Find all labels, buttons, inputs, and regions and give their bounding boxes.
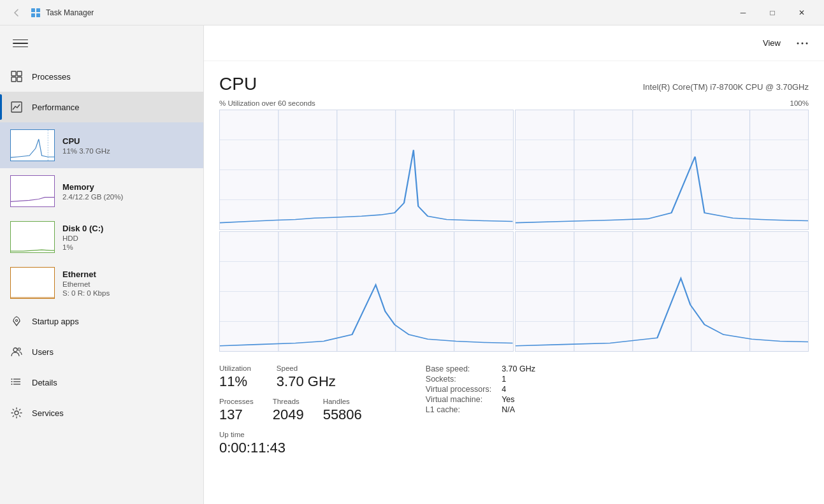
memory-resource-name: Memory	[62, 182, 193, 192]
details-grid: Base speed: 3.70 GHz Sockets: 1 Virtual …	[426, 364, 535, 414]
sidebar-item-startup-label: Startup apps	[32, 317, 79, 326]
virtual-processors-label: Virtual processors:	[426, 385, 491, 394]
list-icon	[10, 376, 23, 389]
l1-cache-value: N/A	[502, 405, 535, 414]
svg-point-22	[806, 42, 808, 44]
graph-label-row: % Utilization over 60 seconds 100%	[219, 99, 809, 107]
chart-icon	[10, 101, 23, 113]
svg-rect-6	[11, 77, 16, 82]
uptime-stat: Up time 0:00:11:43	[219, 431, 362, 456]
hamburger-button[interactable]	[10, 33, 31, 54]
title-bar: Task Manager ─ □ ✕	[0, 0, 824, 25]
base-speed-value: 3.70 GHz	[502, 364, 535, 373]
resource-card-cpu[interactable]: CPU 11% 3.70 GHz	[0, 122, 203, 168]
svg-point-19	[15, 411, 18, 415]
threads-stat: Threads 2049	[273, 398, 304, 423]
sidebar-header	[0, 25, 203, 61]
l1-cache-label: L1 cache:	[426, 405, 491, 414]
svg-point-18	[11, 384, 13, 385]
ethernet-resource-sub2: S: 0 R: 0 Kbps	[62, 289, 193, 297]
ethernet-resource-name: Ethernet	[62, 270, 193, 279]
speed-stat: Speed 3.70 GHz	[277, 364, 336, 390]
sidebar-item-processes[interactable]: Processes	[0, 61, 203, 92]
rocket-icon	[10, 315, 23, 328]
sidebar-item-details[interactable]: Details	[0, 367, 203, 398]
cpu-model: Intel(R) Core(TM) i7-8700K CPU @ 3.70GHz	[643, 82, 809, 92]
sidebar-item-users-label: Users	[32, 347, 54, 357]
main-header: View	[204, 25, 824, 61]
svg-rect-1	[36, 8, 40, 12]
cpu-detail-panel: CPU Intel(R) Core(TM) i7-8700K CPU @ 3.7…	[204, 61, 824, 504]
minimize-button[interactable]: ─	[728, 3, 758, 23]
disk-resource-name: Disk 0 (C:)	[62, 224, 193, 233]
svg-rect-4	[11, 71, 16, 76]
view-button[interactable]: View	[758, 36, 786, 50]
memory-resource-info: Memory 2.4/12.2 GB (20%)	[62, 182, 193, 201]
app-icon	[31, 8, 41, 18]
left-stats: Utilization 11% Speed 3.70 GHz Processes…	[219, 364, 362, 456]
cpu-graph-br	[515, 231, 809, 352]
resource-card-ethernet[interactable]: Ethernet Ethernet S: 0 R: 0 Kbps	[0, 260, 203, 306]
sidebar-item-performance[interactable]: Performance	[0, 92, 203, 122]
resource-card-disk[interactable]: Disk 0 (C:) HDD 1%	[0, 214, 203, 260]
ethernet-mini-graph	[10, 267, 55, 299]
memory-mini-graph	[10, 175, 55, 207]
svg-point-10	[16, 320, 18, 322]
utilization-stat: Utilization 11%	[219, 364, 251, 390]
grid-icon	[10, 70, 23, 83]
disk-resource-sub1: HDD	[62, 234, 193, 242]
resource-card-memory[interactable]: Memory 2.4/12.2 GB (20%)	[0, 168, 203, 214]
base-speed-label: Base speed:	[426, 364, 491, 373]
uptime-value: 0:00:11:43	[219, 440, 362, 456]
cpu-resource-name: CPU	[62, 136, 193, 146]
utilization-value: 11%	[219, 373, 251, 390]
virtual-machine-value: Yes	[502, 395, 535, 404]
cpu-graph-bl	[219, 231, 514, 352]
handles-label: Handles	[323, 398, 362, 405]
speed-label: Speed	[277, 364, 336, 372]
svg-rect-2	[31, 13, 35, 17]
sockets-value: 1	[502, 375, 535, 384]
ethernet-resource-info: Ethernet Ethernet S: 0 R: 0 Kbps	[62, 270, 193, 297]
virtual-machine-label: Virtual machine:	[426, 395, 491, 404]
cpu-graph-tr	[515, 110, 809, 230]
users-icon	[10, 345, 23, 358]
maximize-button[interactable]: □	[758, 3, 787, 23]
svg-rect-0	[31, 8, 35, 12]
disk-resource-sub2: 1%	[62, 243, 193, 251]
svg-point-16	[11, 378, 13, 380]
uptime-label: Up time	[219, 431, 362, 438]
virtual-processors-value: 4	[502, 385, 535, 394]
graph-max: 100%	[790, 99, 809, 107]
sidebar: Processes Performance CPU	[0, 25, 204, 504]
svg-point-20	[797, 42, 799, 44]
cpu-graph-tl	[219, 110, 514, 230]
svg-point-21	[802, 42, 804, 44]
ethernet-resource-sub1: Ethernet	[62, 280, 193, 288]
more-button[interactable]	[793, 34, 811, 52]
cpu-resource-sub: 11% 3.70 GHz	[62, 147, 193, 155]
svg-rect-3	[36, 13, 40, 17]
threads-value: 2049	[273, 407, 304, 423]
main-content: View CPU Intel(R) Core(TM) i7-8700K CPU …	[204, 25, 824, 504]
utilization-label: Utilization	[219, 364, 251, 372]
cpu-graph-grid	[219, 110, 809, 352]
sidebar-item-details-label: Details	[32, 378, 57, 387]
stats-row-2: Processes 137 Threads 2049 Handles 55806	[219, 398, 362, 423]
cpu-title: CPU	[219, 74, 257, 94]
memory-resource-sub: 2.4/12.2 GB (20%)	[62, 193, 193, 201]
processes-stat: Processes 137	[219, 398, 254, 423]
sidebar-item-users[interactable]: Users	[0, 336, 203, 367]
cpu-mini-graph	[10, 129, 55, 161]
sidebar-item-performance-label: Performance	[32, 103, 79, 112]
disk-mini-graph	[10, 221, 55, 253]
sidebar-item-services-label: Services	[32, 408, 64, 418]
app-title: Task Manager	[46, 8, 94, 17]
disk-resource-info: Disk 0 (C:) HDD 1%	[62, 224, 193, 251]
svg-rect-5	[17, 71, 22, 76]
svg-rect-7	[17, 77, 22, 82]
sidebar-item-services[interactable]: Services	[0, 398, 203, 428]
close-button[interactable]: ✕	[787, 3, 816, 23]
back-button[interactable]	[8, 4, 25, 22]
sidebar-item-startup-apps[interactable]: Startup apps	[0, 306, 203, 336]
